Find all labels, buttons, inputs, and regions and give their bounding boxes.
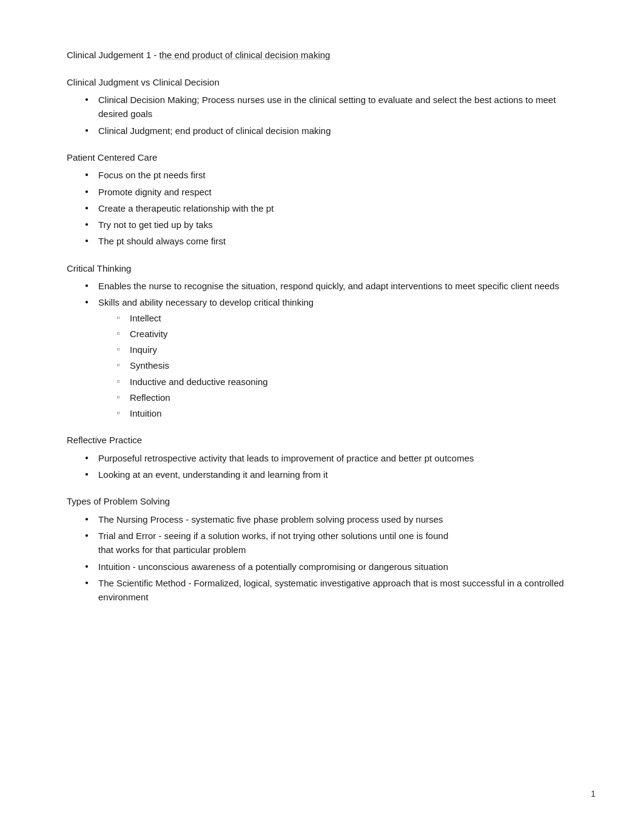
- list-item: The pt should always come first: [85, 234, 583, 248]
- list-item: Purposeful retrospective activity that l…: [85, 451, 583, 465]
- section-heading-patient-centered-care: Patient Centered Care: [67, 151, 583, 165]
- bullet-list-patient-centered: Focus on the pt needs first Promote dign…: [67, 168, 583, 248]
- list-item: Promote dignity and respect: [85, 185, 583, 199]
- list-item: Trial and Error - seeing if a solution w…: [85, 529, 583, 557]
- list-item: Clinical Judgment; end product of clinic…: [85, 124, 583, 138]
- list-item: The Scientific Method - Formalized, logi…: [85, 576, 583, 605]
- page-number: 1: [591, 789, 595, 799]
- section-problem-solving: Types of Problem Solving The Nursing Pro…: [67, 495, 583, 604]
- list-item: Looking at an event, understanding it an…: [85, 468, 583, 481]
- section-clinical-judgment: Clinical Judgment vs Clinical Decision C…: [67, 76, 583, 138]
- page-title: Clinical Judgement 1 - the end product o…: [67, 49, 583, 62]
- title-prefix: Clinical Judgement 1 -: [67, 50, 159, 60]
- sub-list-skills: Intellect Creativity Inquiry Synthesis I…: [98, 311, 583, 421]
- list-item: Enables the nurse to recognise the situa…: [85, 279, 583, 293]
- section-heading-problem-solving: Types of Problem Solving: [67, 495, 583, 509]
- list-item: Intellect: [116, 311, 583, 325]
- bullet-list-clinical-judgment: Clinical Decision Making; Process nurses…: [67, 93, 583, 138]
- list-item: Inductive and deductive reasoning: [116, 375, 583, 389]
- page: Clinical Judgement 1 - the end product o…: [0, 0, 644, 835]
- list-item: Intuition: [116, 406, 583, 420]
- list-item: Focus on the pt needs first: [85, 168, 583, 182]
- bullet-list-problem-solving: The Nursing Process - systematic five ph…: [67, 512, 583, 605]
- title-underlined: the end product of clinical decision mak…: [159, 50, 330, 60]
- section-heading-reflective-practice: Reflective Practice: [67, 434, 583, 448]
- section-patient-centered-care: Patient Centered Care Focus on the pt ne…: [67, 151, 583, 249]
- section-critical-thinking: Critical Thinking Enables the nurse to r…: [67, 262, 583, 421]
- list-item: Synthesis: [116, 358, 583, 372]
- section-heading-clinical-judgment: Clinical Judgment vs Clinical Decision: [67, 76, 583, 90]
- section-heading-critical-thinking: Critical Thinking: [67, 262, 583, 276]
- list-item: Try not to get tied up by taks: [85, 218, 583, 232]
- bullet-list-critical-thinking: Enables the nurse to recognise the situa…: [67, 279, 583, 420]
- list-item: Clinical Decision Making; Process nurses…: [85, 93, 583, 121]
- section-reflective-practice: Reflective Practice Purposeful retrospec…: [67, 434, 583, 481]
- list-item: Intuition - unconscious awareness of a p…: [85, 560, 583, 574]
- list-item: Reflection: [116, 391, 583, 404]
- bullet-list-reflective: Purposeful retrospective activity that l…: [67, 451, 583, 482]
- list-item: The Nursing Process - systematic five ph…: [85, 512, 583, 526]
- list-item: Creativity: [116, 327, 583, 341]
- list-item: Inquiry: [116, 343, 583, 357]
- list-item: Skills and ability necessary to develop …: [85, 295, 583, 420]
- list-item: Create a therapeutic relationship with t…: [85, 201, 583, 215]
